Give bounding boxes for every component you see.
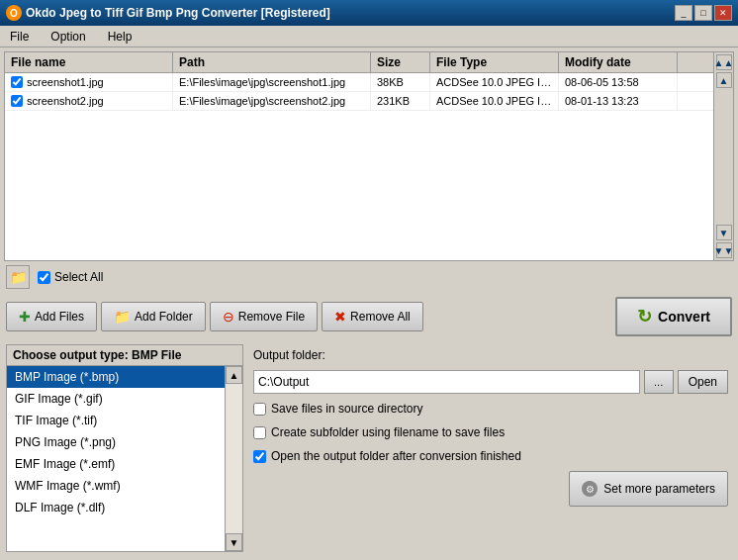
menu-help[interactable]: Help <box>102 28 138 46</box>
output-type-label: Choose output type: BMP File <box>7 345 242 366</box>
file-list-scrollbar: ▲▲ ▲ ▼ ▼▼ <box>713 52 733 260</box>
browse-button[interactable]: ... <box>644 370 674 394</box>
folder-icon-button[interactable]: 📁 <box>6 265 30 289</box>
option-open-after[interactable]: Open the output folder after conversion … <box>253 447 728 465</box>
row1-modified: 08-06-05 13:58 <box>559 73 678 91</box>
scroll-bottom-button[interactable]: ▼▼ <box>716 242 732 258</box>
output-type-list: BMP Image (*.bmp) GIF Image (*.gif) TIF … <box>7 366 242 551</box>
col-header-modified: Modify date <box>559 52 678 72</box>
folder-path-row: ... Open <box>253 370 728 394</box>
minimize-button[interactable]: _ <box>675 5 692 21</box>
open-folder-button[interactable]: Open <box>678 370 728 394</box>
col-header-name: File name <box>5 52 173 72</box>
create-subfolder-checkbox[interactable] <box>253 426 266 439</box>
type-item-dlf[interactable]: DLF Image (*.dlf) <box>7 497 225 518</box>
list-scroll-down-button[interactable]: ▼ <box>226 533 242 551</box>
select-all-label[interactable]: Select All <box>38 270 103 284</box>
row1-name: screenshot1.jpg <box>5 73 173 91</box>
gear-icon: ⚙ <box>582 481 598 497</box>
convert-icon: ↻ <box>637 306 652 327</box>
output-folder-input[interactable] <box>253 370 640 394</box>
window-title: Okdo Jpeg to Tiff Gif Bmp Png Converter … <box>26 6 330 20</box>
convert-button[interactable]: ↻ Convert <box>615 297 732 336</box>
open-after-checkbox[interactable] <box>253 450 266 463</box>
row2-modified: 08-01-13 13:23 <box>559 92 678 110</box>
menu-file[interactable]: File <box>4 28 35 46</box>
row1-type: ACDSee 10.0 JPEG Image <box>430 73 559 91</box>
row1-path: E:\Files\image\jpg\screenshot1.jpg <box>173 73 371 91</box>
row1-size: 38KB <box>371 73 430 91</box>
toolbar: ✚ Add Files 📁 Add Folder ⊖ Remove File ✖… <box>4 293 734 340</box>
row2-path: E:\Files\image\jpg\screenshot2.jpg <box>173 92 371 110</box>
file-table: File name Path Size File Type Modify dat… <box>5 52 713 260</box>
table-row: screenshot1.jpg E:\Files\image\jpg\scree… <box>5 73 713 92</box>
row2-name: screenshot2.jpg <box>5 92 173 110</box>
remove-all-button[interactable]: ✖ Remove All <box>322 302 423 331</box>
remove-file-button[interactable]: ⊖ Remove File <box>210 302 318 331</box>
scroll-up-button[interactable]: ▲ <box>716 72 732 88</box>
output-type-panel: Choose output type: BMP File BMP Image (… <box>6 344 243 552</box>
select-all-bar: 📁 Select All <box>4 261 734 293</box>
remove-all-icon: ✖ <box>334 309 346 325</box>
row2-size: 231KB <box>371 92 430 110</box>
option-create-subfolder[interactable]: Create subfolder using filename to save … <box>253 423 728 441</box>
title-bar: O Okdo Jpeg to Tiff Gif Bmp Png Converte… <box>0 0 738 26</box>
scroll-down-button[interactable]: ▼ <box>716 225 732 240</box>
type-item-tif[interactable]: TIF Image (*.tif) <box>7 410 225 431</box>
col-header-path: Path <box>173 52 371 72</box>
close-button[interactable]: ✕ <box>714 5 732 21</box>
type-item-gif[interactable]: GIF Image (*.gif) <box>7 388 225 410</box>
row2-type: ACDSee 10.0 JPEG Image <box>430 92 559 110</box>
type-item-png[interactable]: PNG Image (*.png) <box>7 431 225 453</box>
col-header-type: File Type <box>430 52 559 72</box>
list-scroll-track <box>226 384 242 533</box>
add-folder-button[interactable]: 📁 Add Folder <box>101 302 206 331</box>
menu-option[interactable]: Option <box>45 28 91 46</box>
output-folder-panel: Output folder: ... Open Save files in so… <box>249 344 732 552</box>
list-scroll-up-button[interactable]: ▲ <box>226 366 242 384</box>
type-item-wmf[interactable]: WMF Image (*.wmf) <box>7 475 225 497</box>
menu-bar: File Option Help <box>0 26 738 47</box>
row1-checkbox[interactable] <box>11 76 23 88</box>
add-folder-icon: 📁 <box>114 309 131 325</box>
output-folder-label: Output folder: <box>253 348 728 362</box>
type-item-emf[interactable]: EMF Image (*.emf) <box>7 453 225 475</box>
add-files-button[interactable]: ✚ Add Files <box>6 302 97 331</box>
row2-checkbox[interactable] <box>11 95 23 107</box>
add-files-icon: ✚ <box>19 309 31 325</box>
remove-file-icon: ⊖ <box>223 309 234 325</box>
main-content: File name Path Size File Type Modify dat… <box>0 47 738 560</box>
col-header-size: Size <box>371 52 430 72</box>
file-list-container: File name Path Size File Type Modify dat… <box>4 51 734 261</box>
type-item-bmp[interactable]: BMP Image (*.bmp) <box>7 366 225 388</box>
table-row: screenshot2.jpg E:\Files\image\jpg\scree… <box>5 92 713 111</box>
scroll-top-button[interactable]: ▲▲ <box>716 54 732 70</box>
save-source-checkbox[interactable] <box>253 403 266 416</box>
lower-section: Choose output type: BMP File BMP Image (… <box>4 340 734 556</box>
table-body: screenshot1.jpg E:\Files\image\jpg\scree… <box>5 73 713 111</box>
app-icon: O <box>6 5 22 21</box>
table-header: File name Path Size File Type Modify dat… <box>5 52 713 73</box>
set-params-button[interactable]: ⚙ Set more parameters <box>569 471 728 507</box>
maximize-button[interactable]: □ <box>694 5 712 21</box>
option-save-source[interactable]: Save files in source directory <box>253 400 728 418</box>
select-all-checkbox[interactable] <box>38 271 50 284</box>
